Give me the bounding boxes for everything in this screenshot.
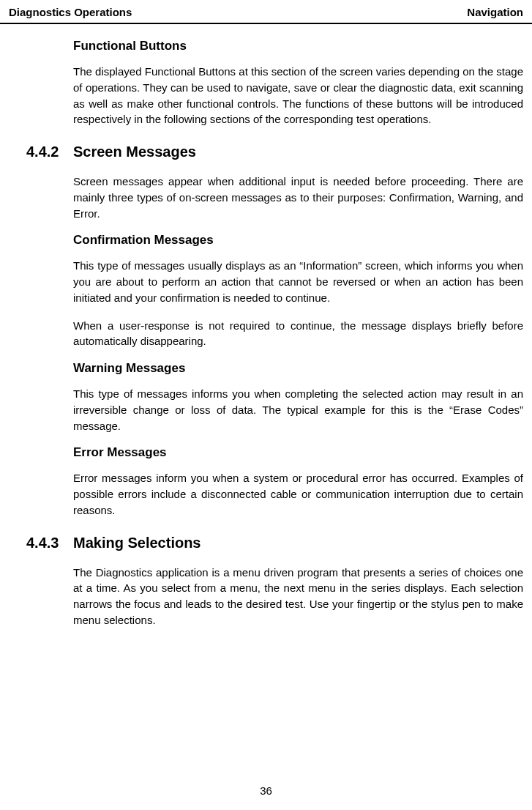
functional-buttons-heading: Functional Buttons — [73, 39, 523, 53]
screen-messages-intro: Screen messages appear when additional i… — [73, 174, 523, 221]
page-number: 36 — [0, 784, 532, 797]
confirmation-p2: When a user-response is not required to … — [73, 318, 523, 350]
functional-buttons-body: The displayed Functional Buttons at this… — [73, 64, 523, 127]
warning-heading: Warning Messages — [73, 361, 523, 376]
error-body: Error messages inform you when a system … — [73, 470, 523, 518]
screen-messages-heading: 4.4.2 Screen Messages — [26, 144, 523, 160]
making-selections-heading: 4.4.3 Making Selections — [26, 535, 523, 551]
confirmation-heading: Confirmation Messages — [73, 233, 523, 248]
header-left: Diagnostics Operations — [9, 6, 132, 18]
section-number: 4.4.3 — [26, 535, 60, 551]
section-number: 4.4.2 — [26, 144, 60, 160]
page-content: Functional Buttons The displayed Functio… — [0, 24, 532, 628]
page-header: Diagnostics Operations Navigation — [0, 0, 532, 24]
error-heading: Error Messages — [73, 445, 523, 460]
section-title: Screen Messages — [73, 144, 196, 160]
header-right: Navigation — [467, 6, 523, 18]
section-title: Making Selections — [73, 535, 201, 551]
warning-body: This type of messages informs you when c… — [73, 386, 523, 434]
making-selections-body: The Diagnostics application is a menu dr… — [73, 565, 523, 628]
confirmation-p1: This type of messages usually displays a… — [73, 258, 523, 305]
